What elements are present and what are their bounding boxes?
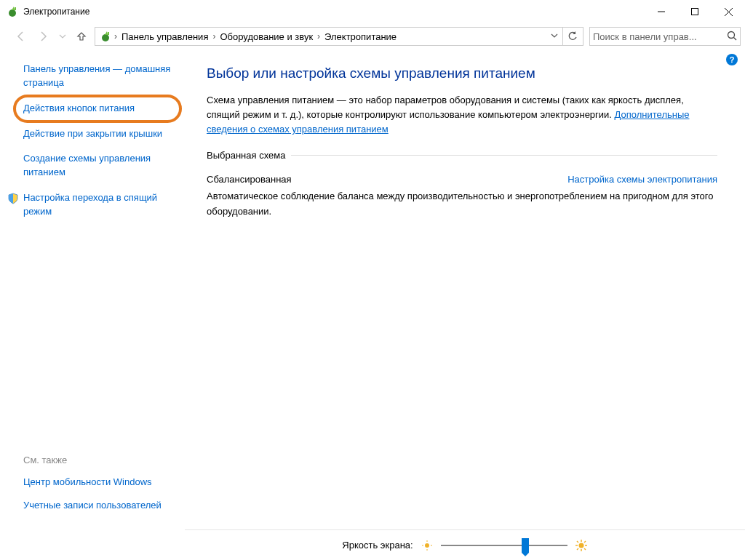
slider-thumb[interactable] [522, 538, 529, 553]
divider [291, 155, 717, 156]
forward-button[interactable] [33, 26, 54, 47]
sidebar-item-sleep-settings[interactable]: Настройка перехода в спящий режим [23, 191, 175, 219]
svg-line-23 [577, 548, 578, 550]
shield-icon [7, 193, 19, 204]
plan-row: Сбалансированная Настройка схемы электро… [207, 174, 717, 185]
brightness-label: Яркость экрана: [342, 540, 413, 551]
sidebar-item-lid-close[interactable]: Действие при закрытии крышки [23, 127, 175, 141]
window-title: Электропитание [23, 7, 89, 17]
slider-track [441, 545, 567, 546]
sidebar-item-power-buttons[interactable]: Действия кнопок питания [23, 102, 175, 116]
plan-name: Сбалансированная [207, 174, 292, 185]
svg-line-20 [577, 541, 578, 543]
svg-point-6 [102, 34, 109, 41]
back-button[interactable] [10, 26, 31, 47]
brightness-bar: Яркость экрана: [185, 529, 745, 560]
svg-line-21 [584, 548, 586, 550]
sidebar-item-create-plan[interactable]: Создание схемы управления питанием [23, 152, 175, 180]
content: ? Панель управления — домашняя страница … [0, 49, 745, 529]
svg-rect-3 [692, 9, 698, 15]
svg-point-8 [728, 31, 735, 38]
search-box[interactable] [589, 27, 741, 46]
selected-plan-heading: Выбранная схема [207, 150, 717, 161]
chevron-right-icon: › [211, 31, 217, 41]
svg-point-0 [9, 9, 16, 17]
sun-high-icon [575, 539, 588, 552]
up-button[interactable] [71, 26, 92, 47]
svg-line-22 [584, 541, 586, 543]
svg-line-9 [734, 37, 737, 40]
svg-point-10 [425, 543, 429, 548]
refresh-button[interactable] [562, 28, 581, 45]
close-button[interactable] [712, 0, 745, 23]
sidebar: Панель управления — домашняя страница Де… [0, 49, 185, 529]
chevron-right-icon: › [113, 31, 119, 41]
help-icon[interactable]: ? [726, 54, 738, 65]
selected-plan-label: Выбранная схема [207, 150, 285, 161]
brightness-slider[interactable] [441, 538, 567, 553]
address-dropdown[interactable] [546, 31, 562, 41]
plan-settings-link[interactable]: Настройка схемы электропитания [567, 174, 717, 185]
see-also-mobility-center[interactable]: Центр мобильности Windows [23, 476, 175, 489]
sun-low-icon [421, 539, 434, 552]
search-input[interactable] [593, 31, 727, 42]
address-bar[interactable]: › Панель управления › Оборудование и зву… [95, 27, 583, 46]
see-also-user-accounts[interactable]: Учетные записи пользователей [23, 499, 175, 512]
search-icon[interactable] [727, 31, 737, 43]
svg-point-15 [578, 543, 583, 548]
svg-rect-1 [15, 7, 16, 10]
breadcrumb-item[interactable]: Панель управления [119, 28, 211, 45]
recent-dropdown[interactable] [57, 26, 68, 47]
svg-rect-7 [108, 32, 109, 35]
page-title: Выбор или настройка схемы управления пит… [207, 65, 717, 81]
address-icon [98, 29, 113, 44]
intro-text: Схема управления питанием — это набор па… [207, 93, 717, 137]
intro-body: Схема управления питанием — это набор па… [207, 95, 684, 120]
see-also-heading: См. также [23, 455, 175, 465]
breadcrumb-item[interactable]: Оборудование и звук [217, 28, 316, 45]
sidebar-home-link[interactable]: Панель управления — домашняя страница [23, 63, 175, 90]
see-also: См. также Центр мобильности Windows Учет… [0, 455, 185, 529]
main: Выбор или настройка схемы управления пит… [185, 49, 745, 529]
plan-description: Автоматическое соблюдение баланса между … [207, 189, 717, 218]
maximize-button[interactable] [678, 0, 712, 23]
chevron-right-icon: › [316, 31, 322, 41]
navbar: › Панель управления › Оборудование и зву… [0, 23, 745, 49]
minimize-button[interactable] [645, 0, 678, 23]
titlebar: Электропитание [0, 0, 745, 23]
breadcrumb-item[interactable]: Электропитание [322, 28, 399, 45]
app-icon [6, 5, 19, 18]
